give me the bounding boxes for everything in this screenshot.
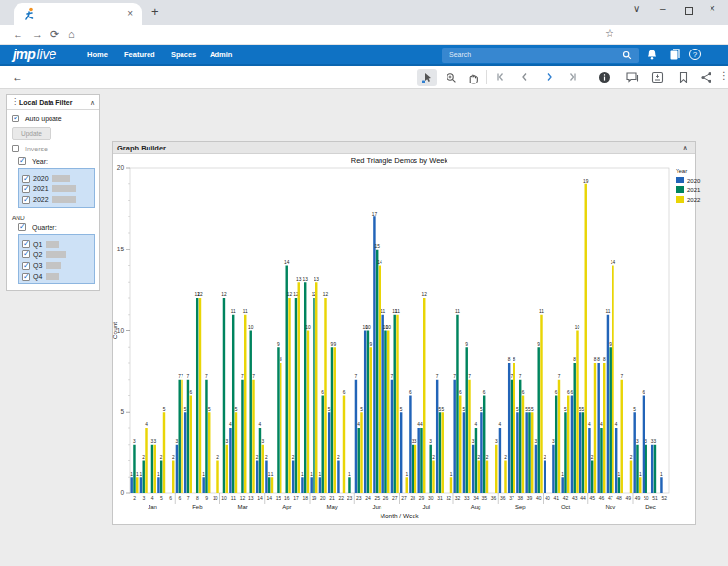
jmp-live-logo[interactable]: jmplive: [13, 47, 56, 62]
tab-close-icon[interactable]: ×: [127, 8, 133, 19]
q4-label: Q4: [33, 273, 42, 280]
year-2022-checkbox[interactable]: [22, 196, 30, 204]
inverse-row[interactable]: Inverse: [12, 145, 99, 152]
q4-checkbox[interactable]: [22, 273, 30, 281]
svg-text:1: 1: [271, 472, 274, 477]
svg-text:23: 23: [347, 495, 353, 501]
next-page-icon[interactable]: [544, 71, 555, 83]
help-icon[interactable]: ?: [689, 49, 701, 60]
svg-text:7: 7: [620, 374, 623, 379]
bookmark-star-icon[interactable]: ☆: [605, 27, 614, 40]
year-2020-checkbox[interactable]: [22, 175, 30, 183]
quarter-group-row[interactable]: Quarter:: [18, 223, 99, 231]
svg-text:2: 2: [630, 455, 633, 460]
svg-text:12: 12: [287, 292, 293, 297]
browser-forward-icon[interactable]: →: [32, 28, 43, 40]
svg-text:49: 49: [635, 495, 641, 501]
svg-text:30: 30: [428, 495, 434, 501]
browser-back-icon[interactable]: ←: [13, 28, 23, 40]
graph-builder-header[interactable]: Graph Builder ∧: [113, 142, 695, 154]
back-button[interactable]: ←: [12, 70, 23, 83]
svg-text:7: 7: [252, 374, 255, 379]
svg-text:5: 5: [400, 407, 403, 412]
new-tab-button[interactable]: +: [151, 4, 159, 18]
first-page-icon[interactable]: [495, 71, 507, 83]
svg-text:4: 4: [259, 422, 262, 427]
svg-text:3: 3: [636, 439, 639, 444]
svg-text:18: 18: [303, 495, 309, 501]
more-menu-icon[interactable]: ⋮: [719, 70, 728, 81]
jmp-favicon: [23, 7, 36, 20]
quarter-q4-row[interactable]: Q4: [22, 273, 91, 281]
browser-tabstrip: × + ∨ – ×: [0, 0, 728, 25]
search-icon[interactable]: [622, 50, 632, 60]
auto-update-checkbox[interactable]: [12, 115, 19, 122]
nav-item-admin[interactable]: Admin: [210, 50, 232, 59]
hand-grab-tool[interactable]: [463, 69, 482, 86]
presentation-icon[interactable]: [651, 71, 664, 83]
q3-checkbox[interactable]: [22, 262, 30, 270]
update-button[interactable]: Update: [12, 127, 51, 140]
q1-checkbox[interactable]: [22, 240, 30, 248]
svg-text:4: 4: [357, 422, 360, 427]
nav-item-featured[interactable]: Featured: [124, 50, 155, 59]
bookmarks-library-icon[interactable]: [669, 49, 680, 61]
svg-text:Aug: Aug: [471, 504, 481, 510]
year-2021-label: 2021: [33, 185, 49, 192]
svg-text:7: 7: [187, 374, 190, 379]
svg-text:7: 7: [205, 374, 208, 379]
window-minimize-icon[interactable]: –: [660, 3, 666, 14]
svg-text:2: 2: [544, 455, 546, 460]
svg-text:3: 3: [414, 439, 417, 444]
quarter-checkbox[interactable]: [18, 223, 26, 231]
filter-collapse-icon[interactable]: ∧: [90, 99, 95, 107]
quarter-q1-row[interactable]: Q1: [22, 240, 91, 248]
svg-text:3: 3: [429, 439, 432, 444]
year-2022-row[interactable]: 2022: [22, 196, 91, 204]
auto-update-row[interactable]: Auto update: [12, 115, 99, 122]
filter-menu-icon[interactable]: ⋮: [11, 97, 18, 106]
q2-checkbox[interactable]: [22, 250, 30, 258]
svg-text:Apr: Apr: [282, 504, 291, 510]
svg-text:19: 19: [312, 495, 317, 501]
search-input[interactable]: Search: [442, 48, 639, 63]
notifications-bell-icon[interactable]: [646, 49, 658, 61]
year-checkbox[interactable]: [18, 157, 26, 165]
svg-text:6: 6: [571, 390, 574, 395]
quarter-q3-row[interactable]: Q3: [22, 261, 91, 269]
year-2020-label: 2020: [33, 175, 49, 182]
svg-text:5: 5: [516, 407, 519, 412]
comments-icon[interactable]: [625, 71, 639, 83]
browser-tab[interactable]: ×: [14, 3, 142, 25]
pointer-tool[interactable]: [417, 69, 437, 86]
quarter-label: Quarter:: [32, 224, 57, 231]
previous-page-icon[interactable]: [519, 71, 531, 83]
nav-item-home[interactable]: Home: [87, 50, 108, 59]
window-restore-icon[interactable]: ∨: [633, 3, 640, 14]
browser-home-icon[interactable]: ⌂: [68, 28, 75, 40]
svg-text:7: 7: [436, 374, 439, 379]
zoom-in-tool[interactable]: [442, 69, 461, 86]
svg-text:5: 5: [120, 408, 124, 415]
svg-text:2: 2: [133, 495, 136, 501]
last-page-icon[interactable]: [566, 71, 578, 83]
svg-text:16: 16: [284, 495, 290, 501]
browser-reload-icon[interactable]: ⟳: [50, 28, 59, 41]
svg-text:3: 3: [495, 439, 498, 444]
info-icon[interactable]: [598, 71, 611, 83]
window-maximize-icon[interactable]: [685, 7, 693, 15]
year-2021-row[interactable]: 2021: [22, 185, 91, 193]
window-close-icon[interactable]: ×: [710, 3, 715, 14]
svg-text:3: 3: [654, 439, 657, 444]
year-2021-checkbox[interactable]: [22, 185, 30, 193]
bookmark-icon[interactable]: [678, 71, 689, 83]
graph-collapse-icon[interactable]: ∧: [682, 144, 688, 152]
share-icon[interactable]: [700, 71, 712, 83]
year-2020-row[interactable]: 2020: [22, 174, 91, 182]
quarter-q2-row[interactable]: Q2: [22, 250, 91, 258]
inverse-checkbox[interactable]: [12, 145, 19, 152]
year-group-row[interactable]: Year:: [18, 157, 99, 165]
svg-text:8: 8: [603, 357, 606, 362]
graph-canvas[interactable]: 0510152013121243334125526377657671212817…: [113, 154, 695, 525]
nav-item-spaces[interactable]: Spaces: [171, 50, 196, 59]
